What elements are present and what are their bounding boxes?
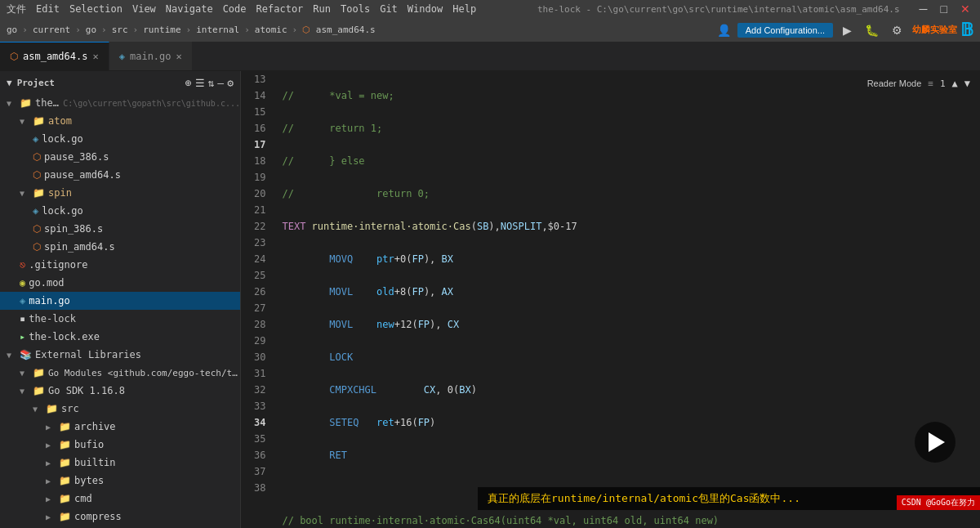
tree-item-spin-386[interactable]: ⬡ spin_386.s xyxy=(0,220,240,238)
folder-icon: 📁 xyxy=(33,187,45,199)
play-button[interactable] xyxy=(915,422,956,463)
tab-close-asm[interactable]: ✕ xyxy=(92,51,98,62)
tab-close-main[interactable]: ✕ xyxy=(176,51,182,62)
arrow-icon: ▶ xyxy=(46,441,59,450)
maximize-button[interactable]: □ xyxy=(938,1,951,17)
asm-icon: ⬡ xyxy=(33,241,41,253)
menu-window[interactable]: Window xyxy=(408,3,443,15)
chevron-up-icon[interactable]: ▲ xyxy=(952,78,958,89)
debug-button[interactable]: 🐛 xyxy=(862,22,882,38)
arrow-icon: ▶ xyxy=(46,512,59,521)
menu-refactor[interactable]: Refactor xyxy=(256,3,304,15)
breadcrumb-src[interactable]: src xyxy=(112,25,128,35)
tree-item-bytes[interactable]: ▶ 📁 bytes xyxy=(0,472,240,490)
breadcrumb-internal[interactable]: internal xyxy=(196,25,239,35)
breadcrumb-go2[interactable]: go xyxy=(86,25,96,35)
tree-item-pause-amd64[interactable]: ⬡ pause_amd64.s xyxy=(0,166,240,184)
breadcrumb-current[interactable]: current xyxy=(33,25,70,35)
file-icon: ▪ xyxy=(20,313,25,324)
project-header: ▼ Project ⊕ ☰ ⇅ — ⚙ xyxy=(0,71,240,94)
line-num: 23 xyxy=(254,235,265,251)
code-line: SETEQ ret+16(FP) xyxy=(282,414,980,431)
project-icon-sort[interactable]: ⇅ xyxy=(208,77,215,89)
tree-item-go-modules[interactable]: ▼ 📁 Go Modules <github.com/eggo-tech/the… xyxy=(0,364,240,382)
breadcrumb-atomic[interactable]: atomic xyxy=(255,25,287,35)
tree-item-src[interactable]: ▼ 📁 src xyxy=(0,400,240,418)
project-collapse-icon[interactable]: ▼ xyxy=(7,78,12,88)
tree-path: C:\go\current\gopath\src\github.c... xyxy=(63,99,240,108)
menu-file[interactable]: 文件 xyxy=(7,2,26,16)
tree-item-atom[interactable]: ▼ 📁 atom xyxy=(0,112,240,130)
arrow-icon: ▶ xyxy=(46,477,59,485)
run-button[interactable]: ▶ xyxy=(840,22,855,38)
reader-count: 1 xyxy=(940,78,946,89)
chevron-down-icon[interactable]: ▼ xyxy=(964,78,970,89)
minimize-button[interactable]: ─ xyxy=(916,1,931,17)
tree-item-compress[interactable]: ▶ 📁 compress xyxy=(0,508,240,526)
reader-mode-button[interactable]: Reader Mode xyxy=(867,78,922,88)
tree-item-ext-libs[interactable]: ▼ 📚 External Libraries xyxy=(0,346,240,364)
settings-button[interactable]: ⚙ xyxy=(889,22,906,38)
project-icon-add[interactable]: ⊕ xyxy=(185,77,192,89)
tree-label: spin_386.s xyxy=(44,223,103,235)
line-num: 19 xyxy=(254,169,265,186)
tree-item-archive[interactable]: ▶ 📁 archive xyxy=(0,418,240,436)
menu-view[interactable]: View xyxy=(132,3,156,15)
code-line: // return 1; xyxy=(282,120,980,136)
reader-mode-area: Reader Mode ≡ 1 ▲ ▼ xyxy=(858,71,980,96)
asm-icon: ⬡ xyxy=(33,169,41,181)
menu-run[interactable]: Run xyxy=(313,3,331,15)
code-line: LOCK xyxy=(282,349,980,365)
tab-asm-amd64[interactable]: ⬡ asm_amd64.s ✕ xyxy=(0,42,109,70)
breadcrumb-runtime[interactable]: runtime xyxy=(143,25,180,35)
tree-label: lock.go xyxy=(42,133,83,145)
line-num: 30 xyxy=(254,349,265,365)
tree-item-lock-go-1[interactable]: ◈ lock.go xyxy=(0,130,240,148)
tree-label: spin xyxy=(48,187,72,199)
menu-bar: 文件 Edit Selection View Navigate Code Ref… xyxy=(0,0,980,18)
add-configuration-button[interactable]: Add Configuration... xyxy=(737,23,833,38)
editor-content[interactable]: 13 14 15 16 17 18 19 20 21 22 23 24 25 2… xyxy=(241,71,980,528)
git-icon: ⎋ xyxy=(20,259,25,271)
menu-selection[interactable]: Selection xyxy=(69,3,122,15)
tree-item-cmd[interactable]: ▶ 📁 cmd xyxy=(0,490,240,508)
menu-code[interactable]: Code xyxy=(223,3,247,15)
tree-item-the-lock[interactable]: ▼ 📁 the-lock C:\go\current\gopath\src\gi… xyxy=(0,94,240,112)
tree-item-maingo[interactable]: ◈ main.go xyxy=(0,292,240,310)
tree-item-spin[interactable]: ▼ 📁 spin xyxy=(0,184,240,202)
annotation-text: 真正的底层在runtime/internal/atomic包里的Cas函数中..… xyxy=(488,491,800,506)
tree-item-go-sdk[interactable]: ▼ 📁 Go SDK 1.16.8 xyxy=(0,382,240,400)
menu-navigate[interactable]: Navigate xyxy=(166,3,213,15)
project-icon-settings[interactable]: ⚙ xyxy=(227,77,234,89)
tree-item-builtin[interactable]: ▶ 📁 builtin xyxy=(0,454,240,472)
tree-item-bufio[interactable]: ▶ 📁 bufio xyxy=(0,436,240,454)
tree-label: bytes xyxy=(74,475,104,486)
menu-git[interactable]: Git xyxy=(380,3,398,15)
tree-item-spin-amd64[interactable]: ⬡ spin_amd64.s xyxy=(0,238,240,256)
project-icon-list[interactable]: ☰ xyxy=(195,77,205,89)
code-lines[interactable]: // *val = new; // return 1; // } else //… xyxy=(275,71,980,528)
tab-main-go[interactable]: ◈ main.go ✕ xyxy=(109,42,193,70)
arrow-icon: ▶ xyxy=(46,494,59,503)
arrow-icon: ▼ xyxy=(20,387,33,396)
tree-item-gitignore[interactable]: ⎋ .gitignore xyxy=(0,256,240,274)
breadcrumb-go[interactable]: go xyxy=(7,25,17,35)
menu-help[interactable]: Help xyxy=(452,3,476,15)
close-button[interactable]: ✕ xyxy=(957,1,973,17)
arrow-icon: ▼ xyxy=(7,99,20,108)
tree-item-spin-lock[interactable]: ◈ lock.go xyxy=(0,202,240,220)
line-num: 22 xyxy=(254,218,265,235)
arrow-icon: ▼ xyxy=(20,117,33,126)
menu-tools[interactable]: Tools xyxy=(341,3,370,15)
tree-item-gomod[interactable]: ◉ go.mod xyxy=(0,274,240,292)
breadcrumb-file[interactable]: ⬡ asm_amd64.s xyxy=(302,25,375,35)
arrow-icon: ▼ xyxy=(7,351,20,360)
tree-item-the-lock-file[interactable]: ▪ the-lock xyxy=(0,310,240,328)
code-line: // bool runtime·internal·atomic·Cas64(ui… xyxy=(282,512,980,528)
menu-edit[interactable]: Edit xyxy=(36,3,60,15)
window-title: the-lock - C:\go\current\go\src\runtime\… xyxy=(537,4,900,15)
project-icon-collapse[interactable]: — xyxy=(217,77,224,89)
tree-item-the-lock-exe[interactable]: ▸ the-lock.exe xyxy=(0,328,240,346)
line-num: 28 xyxy=(254,316,265,333)
tree-item-pause-386[interactable]: ⬡ pause_386.s xyxy=(0,148,240,166)
